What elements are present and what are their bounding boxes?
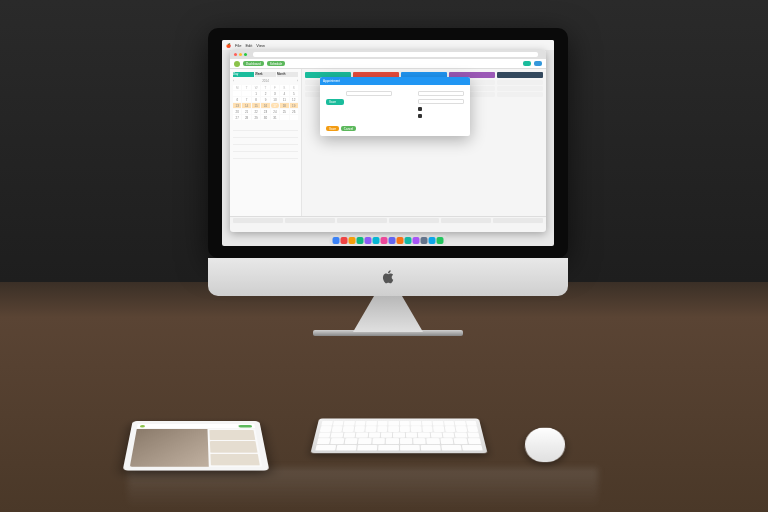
keyboard-key[interactable] bbox=[377, 426, 388, 431]
keyboard-key[interactable] bbox=[455, 432, 467, 437]
keyboard-key[interactable] bbox=[443, 432, 455, 437]
zoom-icon[interactable] bbox=[244, 53, 247, 56]
calendar-day[interactable]: 22 bbox=[252, 109, 260, 114]
cancel-button[interactable]: Cancel bbox=[341, 126, 356, 131]
calendar-day[interactable]: 30 bbox=[261, 115, 269, 120]
keyboard-key[interactable] bbox=[413, 438, 426, 444]
calendar-day[interactable]: 5 bbox=[290, 91, 298, 96]
dock-app-icon[interactable] bbox=[333, 237, 340, 244]
action-button[interactable] bbox=[523, 61, 531, 66]
keyboard-key[interactable] bbox=[422, 426, 433, 431]
calendar-day[interactable]: 14 bbox=[242, 103, 250, 108]
keyboard-key[interactable] bbox=[399, 426, 409, 431]
keyboard-key[interactable] bbox=[331, 438, 345, 444]
text-input[interactable] bbox=[346, 91, 392, 96]
checkbox[interactable] bbox=[418, 107, 422, 111]
calendar-day[interactable] bbox=[242, 91, 250, 96]
list-item[interactable] bbox=[233, 145, 298, 152]
keyboard-key[interactable] bbox=[466, 421, 477, 426]
calendar-day[interactable]: 19 bbox=[290, 103, 298, 108]
keyboard-key[interactable] bbox=[344, 421, 355, 426]
keyboard-key[interactable] bbox=[388, 426, 398, 431]
keyboard-key[interactable] bbox=[467, 438, 481, 444]
tab-month[interactable]: Month bbox=[277, 72, 298, 77]
calendar-day[interactable]: 12 bbox=[290, 97, 298, 102]
keyboard-key[interactable] bbox=[411, 426, 422, 431]
tab-week[interactable]: Week bbox=[255, 72, 276, 77]
calendar-day[interactable]: 28 bbox=[242, 115, 250, 120]
bottom-tab[interactable] bbox=[441, 218, 491, 223]
calendar-day[interactable] bbox=[233, 91, 241, 96]
nav-button[interactable]: Schedule bbox=[267, 61, 286, 66]
action-button[interactable] bbox=[534, 61, 542, 66]
appointment-card[interactable] bbox=[497, 86, 543, 91]
keyboard-key[interactable] bbox=[320, 426, 331, 431]
keyboard-key[interactable] bbox=[418, 432, 430, 437]
keyboard-key[interactable] bbox=[454, 438, 468, 444]
keyboard-key[interactable] bbox=[354, 426, 365, 431]
keyboard-key[interactable] bbox=[444, 421, 455, 426]
calendar-day[interactable]: 25 bbox=[280, 109, 288, 114]
keyboard-key[interactable] bbox=[344, 438, 357, 444]
dock-app-icon[interactable] bbox=[413, 237, 420, 244]
keyboard-key[interactable] bbox=[332, 421, 343, 426]
keyboard-key[interactable] bbox=[399, 421, 409, 426]
dock-app-icon[interactable] bbox=[357, 237, 364, 244]
keyboard-key[interactable] bbox=[372, 438, 385, 444]
calendar-day[interactable]: 24 bbox=[271, 109, 279, 114]
list-item[interactable] bbox=[233, 152, 298, 159]
calendar-day[interactable]: 2 bbox=[261, 91, 269, 96]
calendar-day[interactable] bbox=[280, 115, 288, 120]
bottom-tab[interactable] bbox=[285, 218, 335, 223]
calendar-day[interactable]: 11 bbox=[280, 97, 288, 102]
calendar-day[interactable]: 17 bbox=[271, 103, 279, 108]
keyboard-key[interactable] bbox=[355, 421, 366, 426]
keyboard-key[interactable] bbox=[462, 445, 483, 451]
keyboard-key[interactable] bbox=[358, 438, 371, 444]
keyboard-key[interactable] bbox=[378, 445, 398, 451]
keyboard-key[interactable] bbox=[433, 426, 444, 431]
keyboard-key[interactable] bbox=[440, 438, 453, 444]
menu-item[interactable]: File bbox=[235, 43, 241, 48]
keyboard-key[interactable] bbox=[433, 421, 444, 426]
bottom-tab[interactable] bbox=[389, 218, 439, 223]
save-button[interactable]: Save bbox=[326, 126, 339, 131]
calendar-day[interactable]: 13 bbox=[233, 103, 241, 108]
menu-item[interactable]: Edit bbox=[245, 43, 252, 48]
ipad-button[interactable] bbox=[238, 425, 252, 428]
keyboard-key[interactable] bbox=[420, 445, 440, 451]
next-month-icon[interactable]: › bbox=[297, 79, 298, 83]
keyboard-key[interactable] bbox=[388, 421, 398, 426]
appointment-card[interactable] bbox=[497, 80, 543, 85]
text-input[interactable] bbox=[418, 91, 464, 96]
keyboard-key[interactable] bbox=[441, 445, 462, 451]
keyboard-key[interactable] bbox=[318, 432, 331, 437]
calendar-day[interactable]: 23 bbox=[261, 109, 269, 114]
keyboard-key[interactable] bbox=[386, 438, 399, 444]
dock-app-icon[interactable] bbox=[373, 237, 380, 244]
nav-button[interactable]: Dashboard bbox=[243, 61, 264, 66]
keyboard-key[interactable] bbox=[381, 432, 393, 437]
text-input[interactable] bbox=[418, 99, 464, 104]
keyboard-key[interactable] bbox=[321, 421, 332, 426]
keyboard-key[interactable] bbox=[455, 421, 466, 426]
keyboard-key[interactable] bbox=[430, 432, 442, 437]
calendar-day[interactable]: 7 bbox=[242, 97, 250, 102]
keyboard-key[interactable] bbox=[427, 438, 440, 444]
calendar-day[interactable]: 3 bbox=[271, 91, 279, 96]
keyboard-key[interactable] bbox=[336, 445, 357, 451]
dock-app-icon[interactable] bbox=[405, 237, 412, 244]
calendar-day[interactable]: 26 bbox=[290, 109, 298, 114]
calendar-day[interactable]: 1 bbox=[252, 91, 260, 96]
dock-app-icon[interactable] bbox=[389, 237, 396, 244]
keyboard-key[interactable] bbox=[400, 445, 420, 451]
column-header[interactable] bbox=[497, 72, 543, 78]
keyboard-key[interactable] bbox=[444, 426, 455, 431]
thumbnail[interactable] bbox=[210, 441, 257, 452]
macos-dock[interactable] bbox=[330, 235, 447, 245]
keyboard-key[interactable] bbox=[365, 426, 376, 431]
bottom-tab[interactable] bbox=[233, 218, 283, 223]
menu-item[interactable]: View bbox=[256, 43, 265, 48]
dock-app-icon[interactable] bbox=[381, 237, 388, 244]
calendar-day[interactable]: 4 bbox=[280, 91, 288, 96]
